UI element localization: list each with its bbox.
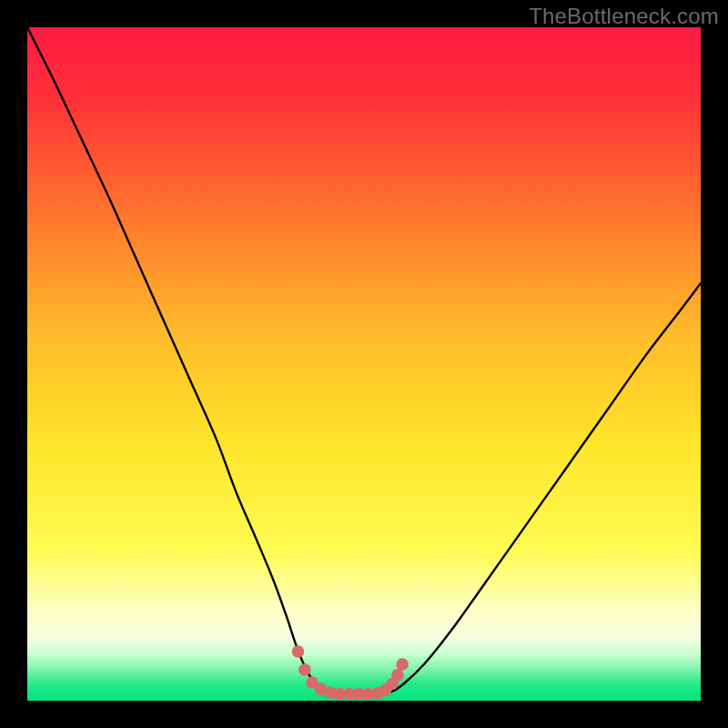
watermark-label: TheBottleneck.com [529,4,719,29]
chart-frame: TheBottleneck.com [0,0,728,728]
curve-marker [298,663,311,676]
gradient-background [27,27,701,701]
curve-marker [396,658,409,671]
curve-marker [391,669,404,682]
bottleneck-chart [27,27,701,701]
curve-marker [292,645,305,658]
